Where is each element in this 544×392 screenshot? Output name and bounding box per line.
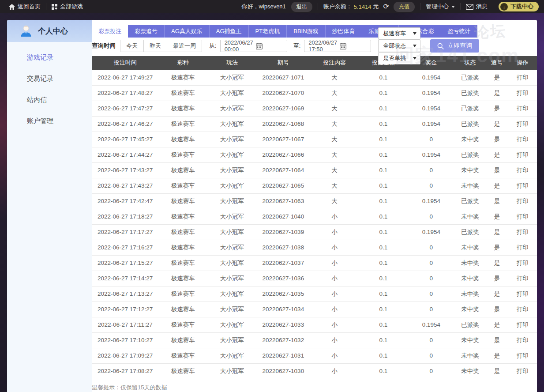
cell-bet-time: 2022-06-27 17:47:27 [92, 101, 158, 116]
table-row: 2022-06-27 17:46:27极速赛车大小冠军20220627-1068… [92, 116, 537, 132]
print-link[interactable]: 打印 [508, 209, 537, 224]
cell-bet-amount: 0.1 [359, 116, 408, 132]
lottery-select[interactable]: 极速赛车 [378, 27, 420, 40]
greeting-text: 你好，wipseven1 [241, 3, 285, 11]
cell-chase: 是 [486, 101, 508, 116]
cell-play-type: 大小冠军 [207, 147, 256, 162]
tab-PT老虎机[interactable]: PT老虎机 [249, 25, 287, 38]
calendar-icon[interactable] [256, 43, 284, 49]
cell-chase: 是 [486, 255, 508, 271]
sidebar-item-交易记录[interactable]: 交易记录 [7, 63, 92, 84]
grid-icon [52, 4, 57, 10]
cell-chase: 是 [486, 147, 508, 162]
admin-center-label: 管理中心 [426, 3, 449, 11]
recharge-button[interactable]: 充值 [394, 2, 415, 12]
cell-bet-time: 2022-06-27 17:44:27 [92, 147, 158, 162]
print-link[interactable]: 打印 [508, 178, 537, 193]
print-link[interactable]: 打印 [508, 302, 537, 317]
print-link[interactable]: 打印 [508, 348, 537, 363]
cell-bet-time: 2022-06-27 17:12:27 [92, 302, 158, 317]
logout-button[interactable]: 退出 [291, 2, 312, 12]
table-header-row: 投注时间彩种玩法期号投注内容投注金额奖金状态追号操作 [92, 56, 537, 70]
cell-bet-amount: 0.1 [359, 70, 408, 85]
sidebar-item-账户管理[interactable]: 账户管理 [7, 106, 92, 127]
col-header-操作: 操作 [508, 56, 537, 70]
print-link[interactable]: 打印 [508, 317, 537, 332]
cell-status: 已派奖 [454, 317, 486, 332]
print-link[interactable]: 打印 [508, 224, 537, 240]
table-row: 2022-06-27 17:13:27极速赛车大小冠军20220627-1035… [92, 286, 537, 302]
sidebar-item-游戏记录[interactable]: 游戏记录 [7, 42, 92, 63]
tab-彩票投注[interactable]: 彩票投注 [92, 25, 128, 38]
table-row: 2022-06-27 17:43:27极速赛车大小冠军20220627-1065… [92, 178, 537, 193]
print-link[interactable]: 打印 [508, 271, 537, 286]
cell-bet-content: 小 [310, 332, 359, 348]
cell-bet-amount: 0.1 [359, 224, 408, 240]
sidebar-item-站内信[interactable]: 站内信 [7, 84, 92, 106]
cell-status: 未中奖 [454, 255, 486, 271]
cell-bet-amount: 0.1 [359, 317, 408, 332]
print-link[interactable]: 打印 [508, 240, 537, 255]
cell-period: 20220627-1040 [256, 209, 310, 224]
print-link[interactable]: 打印 [508, 255, 537, 271]
print-link[interactable]: 打印 [508, 162, 537, 178]
cell-prize: 0.1954 [408, 85, 454, 101]
tab-AG捕鱼王[interactable]: AG捕鱼王 [210, 25, 249, 38]
quick-date-最近一周[interactable]: 最近一周 [167, 40, 202, 52]
home-icon [9, 4, 15, 10]
search-button[interactable]: 立即查询 [430, 39, 479, 53]
all-games-link[interactable]: 全部游戏 [46, 3, 88, 11]
messages-link[interactable]: 消息 [466, 3, 488, 11]
cell-play-type: 大小冠军 [207, 271, 256, 286]
download-icon: ↓ [500, 3, 508, 11]
print-link[interactable]: 打印 [508, 332, 537, 348]
print-link[interactable]: 打印 [508, 363, 537, 379]
tab-沙巴体育[interactable]: 沙巴体育 [326, 25, 362, 38]
cell-chase: 是 [486, 302, 508, 317]
quick-date-今天[interactable]: 今天 [120, 40, 144, 52]
to-date-input[interactable]: 2022/06/27 17:50 [304, 40, 371, 52]
print-link[interactable]: 打印 [508, 101, 537, 116]
cell-bet-content: 小 [310, 271, 359, 286]
print-link[interactable]: 打印 [508, 193, 537, 209]
cell-play-type: 大小冠军 [207, 302, 256, 317]
cell-bet-amount: 0.1 [359, 132, 408, 147]
topbar-divider [460, 3, 461, 10]
cell-period: 20220627-1034 [256, 302, 310, 317]
cell-bet-time: 2022-06-27 17:42:47 [92, 193, 158, 209]
print-link[interactable]: 打印 [508, 70, 537, 85]
calendar-icon[interactable] [340, 43, 368, 49]
cell-period: 20220627-1039 [256, 224, 310, 240]
mail-icon [466, 4, 473, 10]
cell-play-type: 大小冠军 [207, 193, 256, 209]
status-select[interactable]: 全部状态 [378, 40, 420, 52]
cell-play-type: 大小冠军 [207, 332, 256, 348]
print-link[interactable]: 打印 [508, 85, 537, 101]
cell-lottery: 极速赛车 [158, 317, 207, 332]
home-link[interactable]: 返回首页 [4, 3, 46, 11]
download-center-button[interactable]: ↓ 下载中心 [499, 2, 539, 11]
print-link[interactable]: 打印 [508, 116, 537, 132]
print-link[interactable]: 打印 [508, 132, 537, 147]
search-button-label: 立即查询 [447, 42, 472, 50]
to-label: 至: [293, 42, 301, 50]
cell-prize: 0 [408, 363, 454, 379]
print-link[interactable]: 打印 [508, 286, 537, 302]
cell-bet-amount: 0.1 [359, 147, 408, 162]
print-link[interactable]: 打印 [508, 147, 537, 162]
cell-bet-content: 小 [310, 255, 359, 271]
tab-AG真人娱乐[interactable]: AG真人娱乐 [165, 25, 210, 38]
cell-status: 已派奖 [454, 147, 486, 162]
refresh-balance-icon[interactable]: ⟳ [383, 3, 389, 10]
admin-center-menu[interactable]: 管理中心 [426, 3, 455, 11]
table-row: 2022-06-27 17:14:27极速赛车大小冠军20220627-1036… [92, 271, 537, 286]
from-date-input[interactable]: 2022/06/27 00:00 [220, 40, 287, 52]
content-card: 论坛 回家141.com 个人中心 游戏记录交易记录站内信账户管理 彩票投注彩票… [7, 20, 537, 392]
search-icon [437, 43, 444, 49]
quick-date-昨天[interactable]: 昨天 [144, 40, 167, 52]
tab-BBIN游戏[interactable]: BBIN游戏 [287, 25, 325, 38]
tab-彩票追号[interactable]: 彩票追号 [128, 25, 165, 38]
cell-play-type: 大小冠军 [207, 70, 256, 85]
cell-prize: 0.1954 [408, 101, 454, 116]
tab-盈亏统计[interactable]: 盈亏统计 [441, 25, 477, 38]
